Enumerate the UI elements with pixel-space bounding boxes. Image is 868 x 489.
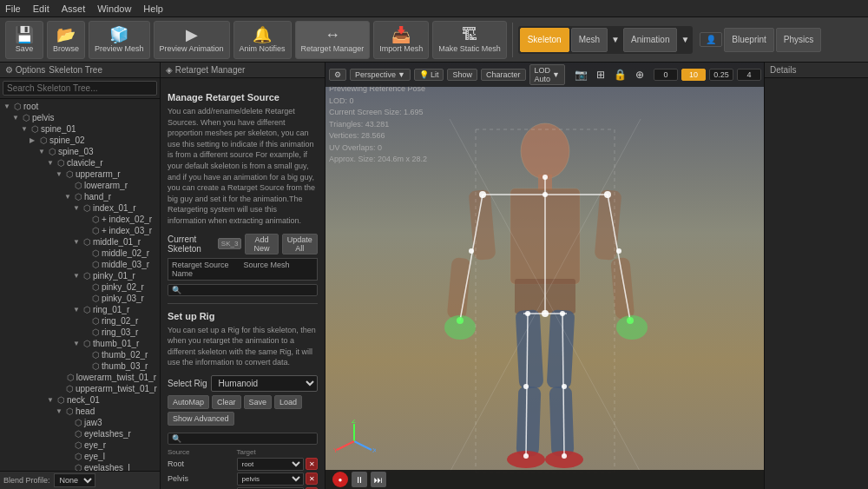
preview-mesh-button[interactable]: 🧊 Preview Mesh: [89, 21, 150, 59]
blend-label: Blend Profile:: [3, 476, 50, 485]
menu-window[interactable]: Window: [97, 3, 131, 14]
tree-item-root[interactable]: ▼ ⬡ root: [2, 101, 158, 112]
record-button[interactable]: ●: [332, 472, 348, 487]
add-new-button[interactable]: Add New: [245, 234, 278, 254]
mode-blueprint-btn[interactable]: Blueprint: [724, 28, 773, 52]
retarget-content: Manage Retarget Source You can add/renam…: [161, 78, 325, 489]
tree-item-ring02r[interactable]: ⬡ ring_02_r: [80, 315, 158, 327]
skip-forward-button[interactable]: ⏭: [371, 472, 386, 487]
tree-item-eyelashes-l[interactable]: ⬡ eyelashes_l: [62, 462, 158, 471]
skeleton-tree: ▼ ⬡ root ▼ ⬡ pelvis ▼ ⬡ spine_01: [0, 99, 160, 471]
tree-item-spine03[interactable]: ▼ ⬡ spine_03: [36, 146, 158, 157]
lit-dropdown[interactable]: 💡 Lit: [414, 69, 444, 81]
tree-item-lowerarm-twist01r[interactable]: ⬡ lowerarm_twist_01_r: [62, 372, 158, 383]
lock-btn[interactable]: 🔒: [611, 68, 629, 82]
tree-item-eyelashes-r[interactable]: ⬡ eyelashes_r: [62, 428, 158, 439]
transform-btn[interactable]: ⊕: [633, 68, 647, 82]
menu-file[interactable]: File: [5, 3, 21, 14]
options-label[interactable]: ⚙ Options: [5, 65, 45, 75]
tree-item-ring01r[interactable]: ▼⬡ ring_01_r: [71, 304, 158, 315]
mode-skeleton-btn[interactable]: Skeleton: [520, 28, 569, 52]
tree-item-index02r[interactable]: ⬡ + index_02_r: [80, 214, 158, 225]
mapping-search: [168, 433, 318, 445]
tree-item-thumb02r[interactable]: ⬡ thumb_02_r: [80, 349, 158, 360]
mode-avatar: 👤: [700, 32, 722, 47]
tree-item-pelvis[interactable]: ▼ ⬡ pelvis: [10, 112, 158, 123]
pelvis-delete-btn[interactable]: ✕: [306, 472, 318, 485]
menu-help[interactable]: Help: [143, 3, 163, 14]
tree-item-upperarm-twist01r[interactable]: ⬡ upperarm_twist_01_r: [62, 383, 158, 394]
mode-physics-btn[interactable]: Physics: [776, 28, 821, 52]
show-button[interactable]: Show: [447, 69, 477, 81]
tree-item-lowerarm-r[interactable]: ⬡ lowerarm_r: [62, 180, 158, 191]
rot-y-value[interactable]: 10: [681, 69, 706, 81]
load-button[interactable]: Load: [274, 395, 302, 409]
menu-edit[interactable]: Edit: [33, 3, 49, 14]
tree-item-middle01r[interactable]: ▼ ⬡ middle_01_r: [71, 236, 158, 248]
import-mesh-button[interactable]: 📥 Import Mesh: [373, 21, 429, 59]
grid-toggle-btn[interactable]: ⊞: [594, 68, 608, 82]
svg-point-26: [604, 191, 611, 198]
tree-item-middle02r[interactable]: ⬡ middle_02_r: [80, 248, 158, 259]
tree-item-pinky02r[interactable]: ⬡ pinky_02_r: [80, 281, 158, 293]
tree-item-upperarm-r[interactable]: ▼ ⬡ upperarm_r: [54, 169, 158, 180]
mode-animation-btn[interactable]: Animation: [623, 28, 677, 52]
tree-item-pinky01r[interactable]: ▼⬡ pinky_01_r: [71, 270, 158, 281]
svg-point-27: [469, 248, 474, 254]
anim-notifies-button[interactable]: 🔔 Anim Notifies: [233, 21, 292, 59]
tree-item-head[interactable]: ▼⬡ head: [54, 406, 158, 417]
pelvis-target-select[interactable]: pelvis: [237, 472, 305, 486]
preview-anim-button[interactable]: ▶ Preview Animation: [154, 21, 230, 59]
root-delete-btn[interactable]: ✕: [306, 458, 318, 470]
lit-icon: 💡: [419, 70, 429, 79]
head-children: ⬡ jaw3 ⬡ eyelashes_r ⬡: [54, 417, 158, 471]
update-all-button[interactable]: Update All: [282, 234, 318, 254]
clear-button[interactable]: Clear: [212, 395, 241, 409]
rot-x-value[interactable]: 0: [654, 69, 678, 81]
scale-value[interactable]: 0.25: [709, 69, 733, 81]
viewport-toolbar: ⚙ Perspective ▼ 💡 Lit Show Character LOD…: [326, 63, 764, 87]
lod-dropdown[interactable]: LOD Auto ▼: [529, 64, 565, 85]
skeleton-title: Skeleton Tree: [49, 65, 102, 75]
tree-item-spine02[interactable]: ▶ ⬡ spine_02: [28, 135, 158, 146]
mode-mesh-btn[interactable]: Mesh: [571, 28, 608, 52]
browse-button[interactable]: 📂 Browse: [47, 21, 85, 59]
mapping-search-input[interactable]: [172, 434, 313, 443]
tree-item-thumb03r[interactable]: ⬡ thumb_03_r: [80, 360, 158, 372]
save-button[interactable]: 💾 Save: [5, 21, 43, 59]
save-rig-button[interactable]: Save: [244, 395, 273, 409]
viewport-options-btn[interactable]: ⚙: [329, 69, 346, 81]
character-button[interactable]: Character: [481, 69, 526, 81]
tree-item-ring03r[interactable]: ⬡ ring_03_r: [80, 327, 158, 338]
extra-value[interactable]: 4: [737, 69, 761, 81]
tree-item-clavicle-r[interactable]: ▼ ⬡ clavicle_r: [45, 157, 158, 169]
root-target-select[interactable]: root: [237, 458, 305, 471]
tree-item-index03r[interactable]: ⬡ + index_03_r: [80, 225, 158, 236]
tree-item-spine01[interactable]: ▼ ⬡ spine_01: [19, 123, 158, 135]
retarget-icon: ↔: [325, 27, 340, 43]
menu-asset[interactable]: Asset: [62, 3, 86, 14]
show-advanced-button[interactable]: Show Advanced: [168, 412, 234, 426]
camera-icon-btn[interactable]: 📷: [572, 68, 590, 82]
pause-button[interactable]: ⏸: [352, 472, 367, 487]
svg-text:Y: Y: [333, 446, 339, 454]
tree-item-middle03r[interactable]: ⬡ middle_03_r: [80, 259, 158, 270]
tree-item-hand-r[interactable]: ▼ ⬡ hand_r: [62, 191, 158, 202]
perspective-dropdown[interactable]: Perspective ▼: [350, 69, 411, 81]
blend-select[interactable]: None: [54, 473, 95, 487]
skeleton-search-input[interactable]: [3, 81, 157, 96]
tree-item-jaw3[interactable]: ⬡ jaw3: [62, 417, 158, 428]
automap-button[interactable]: AutoMap: [168, 395, 209, 409]
make-static-button[interactable]: 🏗 Make Static Mesh: [432, 21, 507, 59]
mesh-icon: 🧊: [109, 27, 128, 43]
tree-item-eye-l[interactable]: ⬡ eye_l: [62, 451, 158, 462]
tree-item-pinky03r[interactable]: ⬡ pinky_03_r: [80, 293, 158, 304]
tree-item-thumb01r[interactable]: ▼⬡ thumb_01_r: [71, 338, 158, 349]
tree-item-eye-r[interactable]: ⬡ eye_r: [62, 439, 158, 451]
source-search-input[interactable]: [172, 286, 313, 294]
retarget-manager-button[interactable]: ↔ Retarget Manager: [295, 21, 371, 59]
tree-item-neck01[interactable]: ▼⬡ neck_01: [45, 394, 158, 406]
skeleton-search-area: [0, 78, 160, 99]
tree-item-index01r[interactable]: ▼ ⬡ index_01_r: [71, 202, 158, 214]
rig-select[interactable]: Humanoid None: [211, 375, 318, 392]
